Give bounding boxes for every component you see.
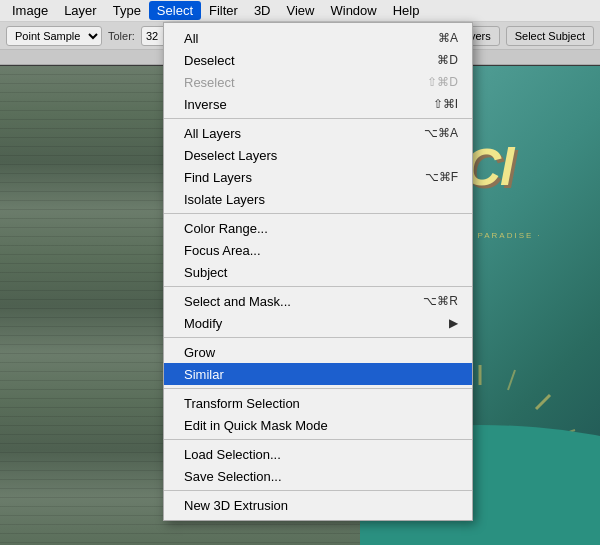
menu-separator <box>164 118 472 119</box>
menu-item-label: Isolate Layers <box>184 192 458 207</box>
menu-item-label: Find Layers <box>184 170 405 185</box>
menu-item-load-selection---[interactable]: Load Selection... <box>164 443 472 465</box>
menu-separator <box>164 337 472 338</box>
menu-shortcut: ⌘D <box>437 53 458 67</box>
menubar: Image Layer Type Select Filter 3D View W… <box>0 0 600 22</box>
menu-shortcut: ⌥⌘A <box>424 126 458 140</box>
menu-window[interactable]: Window <box>322 1 384 20</box>
menu-item-reselect: Reselect⇧⌘D <box>164 71 472 93</box>
menu-item-label: Grow <box>184 345 458 360</box>
menu-item-label: Edit in Quick Mask Mode <box>184 418 458 433</box>
menu-item-label: Inverse <box>184 97 413 112</box>
tolerance-label: Toler: <box>108 30 135 42</box>
menu-item-label: Save Selection... <box>184 469 458 484</box>
sample-mode-select[interactable]: Point Sample <box>6 26 102 46</box>
menu-item-inverse[interactable]: Inverse⇧⌘I <box>164 93 472 115</box>
menu-item-label: Deselect <box>184 53 417 68</box>
menu-item-find-layers[interactable]: Find Layers⌥⌘F <box>164 166 472 188</box>
menu-3d[interactable]: 3D <box>246 1 279 20</box>
menu-item-subject[interactable]: Subject <box>164 261 472 283</box>
menu-item-label: Subject <box>184 265 458 280</box>
menu-item-select-and-mask---[interactable]: Select and Mask...⌥⌘R <box>164 290 472 312</box>
menu-item-label: All Layers <box>184 126 404 141</box>
svg-line-8 <box>508 370 515 390</box>
menu-item-modify[interactable]: Modify▶ <box>164 312 472 334</box>
menu-help[interactable]: Help <box>385 1 428 20</box>
menu-separator <box>164 490 472 491</box>
menu-item-isolate-layers[interactable]: Isolate Layers <box>164 188 472 210</box>
menu-view[interactable]: View <box>279 1 323 20</box>
menu-filter[interactable]: Filter <box>201 1 246 20</box>
menu-item-label: Reselect <box>184 75 407 90</box>
menu-item-similar[interactable]: Similar <box>164 363 472 385</box>
menu-item-label: Focus Area... <box>184 243 458 258</box>
menu-item-grow[interactable]: Grow <box>164 341 472 363</box>
menu-shortcut: ⌥⌘R <box>423 294 458 308</box>
menu-shortcut: ⌥⌘F <box>425 170 458 184</box>
menu-item-label: Similar <box>184 367 458 382</box>
menu-item-label: Modify <box>184 316 429 331</box>
menu-item-label: Select and Mask... <box>184 294 403 309</box>
menu-separator <box>164 388 472 389</box>
menu-item-all-layers[interactable]: All Layers⌥⌘A <box>164 122 472 144</box>
menu-item-deselect[interactable]: Deselect⌘D <box>164 49 472 71</box>
menu-item-transform-selection[interactable]: Transform Selection <box>164 392 472 414</box>
menu-shortcut: ⌘A <box>438 31 458 45</box>
menu-shortcut: ⇧⌘D <box>427 75 458 89</box>
menu-item-color-range---[interactable]: Color Range... <box>164 217 472 239</box>
select-subject-button[interactable]: Select Subject <box>506 26 594 46</box>
menu-layer[interactable]: Layer <box>56 1 105 20</box>
menu-item-label: Transform Selection <box>184 396 458 411</box>
menu-image[interactable]: Image <box>4 1 56 20</box>
menu-shortcut: ▶ <box>449 316 458 330</box>
menu-separator <box>164 439 472 440</box>
menu-item-focus-area---[interactable]: Focus Area... <box>164 239 472 261</box>
svg-line-1 <box>536 395 550 409</box>
menu-item-label: Deselect Layers <box>184 148 458 163</box>
menu-separator <box>164 213 472 214</box>
menu-item-label: Color Range... <box>184 221 458 236</box>
select-dropdown-menu: All⌘ADeselect⌘DReselect⇧⌘DInverse⇧⌘IAll … <box>163 22 473 521</box>
menu-item-all[interactable]: All⌘A <box>164 27 472 49</box>
menu-item-new-3d-extrusion[interactable]: New 3D Extrusion <box>164 494 472 516</box>
menu-type[interactable]: Type <box>105 1 149 20</box>
menu-separator <box>164 286 472 287</box>
menu-item-label: New 3D Extrusion <box>184 498 458 513</box>
menu-item-edit-in-quick-mask-mode[interactable]: Edit in Quick Mask Mode <box>164 414 472 436</box>
menu-item-label: Load Selection... <box>184 447 458 462</box>
menu-item-deselect-layers[interactable]: Deselect Layers <box>164 144 472 166</box>
menu-shortcut: ⇧⌘I <box>433 97 458 111</box>
menu-item-label: All <box>184 31 418 46</box>
menu-select[interactable]: Select <box>149 1 201 20</box>
menu-item-save-selection---[interactable]: Save Selection... <box>164 465 472 487</box>
